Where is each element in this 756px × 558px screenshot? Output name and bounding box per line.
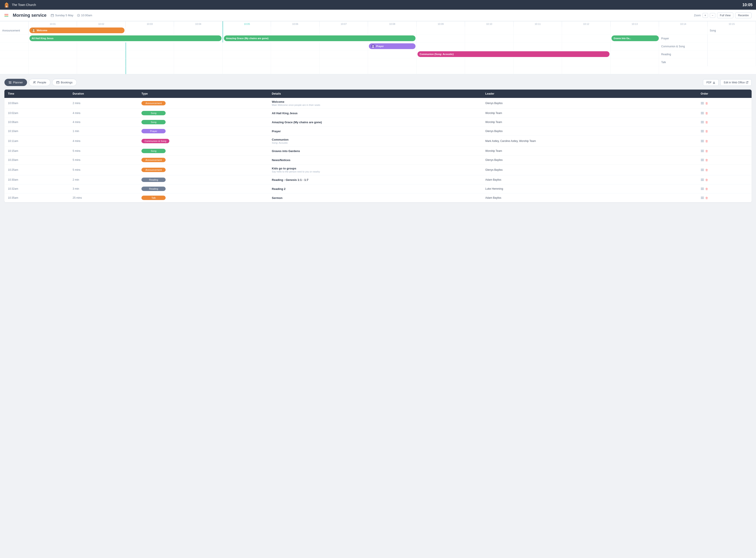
topbar-left: The Town Church (3, 2, 36, 8)
timeline-cell-song0 (0, 34, 29, 43)
tl-prayer-5 (174, 43, 223, 50)
delete-icon[interactable]: 🗑 (705, 149, 708, 153)
timeline-cell-communion: Communion (Song: Acoustic) (417, 50, 610, 58)
tab-bookings[interactable]: Bookings (52, 79, 77, 86)
cell-type: Reading (138, 184, 268, 194)
tl-comm-5 (174, 50, 223, 58)
type-badge: Song (141, 120, 166, 124)
reorder-handle[interactable] (701, 197, 704, 199)
tl-comm-6 (223, 50, 271, 58)
tl-talk-8 (320, 66, 368, 74)
timeline-cell-song-amazing: Amazing Grace (My chains are gone) (223, 34, 417, 43)
table-row: 10:02am 4 mins Song All Hail King Jesus … (4, 109, 752, 118)
tl-read-13 (562, 58, 610, 66)
cell-time: 10:11am (4, 136, 69, 147)
tl-talk-1 (0, 66, 29, 74)
zoom-in-button[interactable]: + (703, 13, 708, 18)
svg-rect-1 (4, 15, 8, 16)
svg-point-13 (372, 47, 374, 48)
reorder-handle[interactable] (701, 159, 704, 161)
cell-order: 🗑 (697, 147, 752, 156)
cell-time: 10:15am (4, 147, 69, 156)
reorder-handle[interactable] (701, 112, 704, 114)
reorder-handle[interactable] (701, 179, 704, 181)
tab-people[interactable]: People (29, 79, 50, 86)
tabs-bar: Planner People Bookings (4, 79, 752, 86)
time-meta: 10:00am (77, 14, 93, 17)
tl-prayer-13 (562, 43, 610, 50)
delete-icon[interactable]: 🗑 (705, 102, 708, 105)
cell-details: All Hail King Jesus (268, 109, 482, 118)
delete-icon[interactable]: 🗑 (705, 178, 708, 181)
delete-icon[interactable]: 🗑 (705, 121, 708, 124)
pdf-button[interactable]: PDF (703, 79, 719, 86)
table-row: 10:11am 4 mins Communion & Song Communio… (4, 136, 752, 147)
clock-icon (77, 14, 80, 17)
col-type: Type (138, 90, 268, 98)
zoom-out-button[interactable]: − (710, 13, 715, 18)
reorder-handle[interactable] (701, 140, 704, 142)
full-view-button[interactable]: Full View (717, 12, 733, 18)
delete-icon[interactable]: 🗑 (705, 187, 708, 191)
service-time: 10:00am (81, 14, 93, 17)
reorder-handle[interactable] (701, 121, 704, 123)
details-sub: Song: Acoustic (272, 142, 478, 144)
details-title: Kids go to groups (272, 167, 478, 170)
svg-point-11 (32, 31, 35, 32)
timeline-time-1013: 10:13 (610, 21, 659, 27)
timeline-row-song-label: Song (708, 27, 756, 34)
cell-type: Reading (138, 175, 268, 184)
timeline-row-announcement-label: Announcement (0, 27, 29, 34)
delete-icon[interactable]: 🗑 (705, 168, 708, 172)
cell-time: 10:25am (4, 164, 69, 175)
details-title: Welcome (272, 100, 478, 103)
timeline-cell-song-empty3 (514, 34, 562, 43)
type-badge: Announcement (141, 158, 166, 162)
svg-point-10 (33, 29, 34, 31)
timeline-cell-ann2 (126, 27, 174, 34)
timeline-time-1008: 10:08 (368, 21, 416, 27)
cell-leader: Glenys Bayliss (482, 127, 697, 136)
reorder-handle[interactable] (701, 188, 704, 190)
web-office-button[interactable]: Edit in Web Office (720, 79, 752, 86)
cell-details: Amazing Grace (My chains are gone) (268, 118, 482, 127)
details-sub: Say hello to the person next to you or n… (272, 170, 478, 173)
svg-rect-2 (4, 16, 8, 17)
reorder-handle[interactable] (701, 169, 704, 171)
delete-icon[interactable]: 🗑 (705, 196, 708, 200)
recentre-button[interactable]: Recentre (735, 12, 752, 18)
subheader-meta: Sunday 5 May 10:00am (51, 14, 92, 17)
tl-read-5 (174, 58, 223, 66)
delete-icon[interactable]: 🗑 (705, 158, 708, 162)
cell-order: 🗑 (697, 98, 752, 109)
delete-icon[interactable]: 🗑 (705, 140, 708, 143)
reorder-handle[interactable] (701, 102, 704, 104)
delete-icon[interactable]: 🗑 (705, 130, 708, 133)
delete-icon[interactable]: 🗑 (705, 111, 708, 115)
tl-comm-last (610, 50, 659, 58)
type-badge: Reading (141, 178, 166, 182)
pdf-label: PDF (706, 81, 711, 84)
tab-people-label: People (37, 81, 46, 84)
timeline-cell-ann13 (659, 27, 707, 34)
tl-prayer-2 (29, 43, 77, 50)
col-leader: Leader (482, 90, 697, 98)
cell-duration: 2 min (69, 175, 138, 184)
timeline-cell-song-empty4 (562, 34, 610, 43)
svg-rect-3 (51, 14, 54, 17)
cell-leader: Worship Team (482, 109, 697, 118)
details-title: Communion (272, 138, 478, 141)
timeline-time-1009: 10:09 (417, 21, 465, 27)
cell-duration: 5 mins (69, 147, 138, 156)
cell-leader: Glenys Bayliss (482, 156, 697, 164)
timeline-time-1004: 10:04 (174, 21, 223, 27)
reorder-handle[interactable] (701, 150, 704, 152)
cell-type: Announcement (138, 98, 268, 109)
tab-planner[interactable]: Planner (4, 79, 27, 86)
reorder-handle[interactable] (701, 130, 704, 132)
tl-prayer-4 (126, 43, 174, 50)
tl-read-3 (77, 58, 125, 66)
cell-details: Graves into Gardens (268, 147, 482, 156)
timeline-time-1007: 10:07 (320, 21, 368, 27)
table-row: 10:30am 2 min Reading Reading - Genesis … (4, 175, 752, 184)
